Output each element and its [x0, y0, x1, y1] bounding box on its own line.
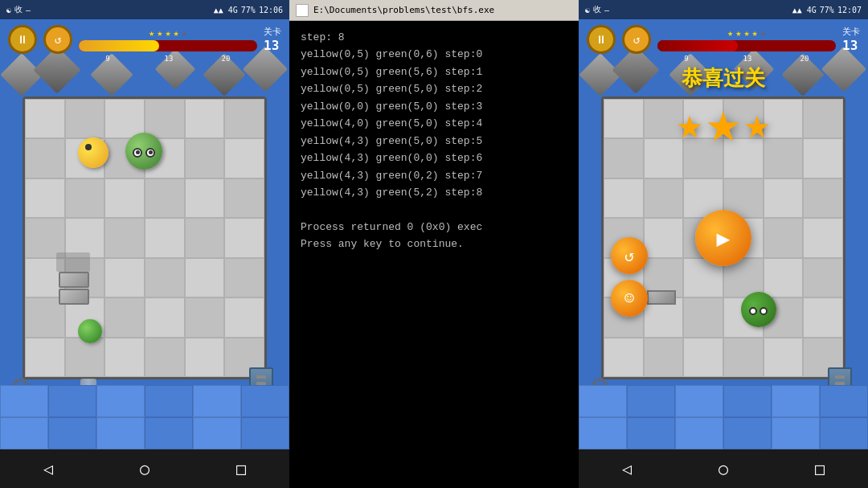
terminal-titlebar: E:\Documents\problems\test\bfs.exe [289, 0, 579, 21]
stars-row-left: ★ ★ ★ ★ ★ [79, 27, 257, 39]
battery-level-r: 77% [820, 6, 834, 14]
progress-bar-bg-right: 9 13 20 [657, 40, 836, 51]
back-button-right[interactable]: ◁ [622, 459, 632, 478]
board-cell [25, 338, 65, 377]
board-cell [65, 178, 105, 218]
progress-bar-area: ★ ★ ★ ★ ★ 9 13 20 [79, 27, 257, 51]
refresh-button[interactable]: ↺ [43, 25, 72, 54]
back-button-left[interactable]: ◁ [43, 459, 53, 478]
board-cell-r [604, 338, 644, 377]
terminal-body[interactable]: step: 8 yellow(0,5) green(0,6) step:0 ye… [289, 21, 579, 488]
board-cell-r [644, 178, 684, 218]
board-cell [65, 99, 105, 138]
floor-cell [0, 417, 48, 449]
pause-button[interactable]: ⏸ [8, 25, 37, 54]
floor-cell-r [772, 385, 820, 417]
floor-cell [241, 417, 289, 449]
board-cell [25, 178, 65, 218]
robot-button[interactable]: ☺ [611, 280, 648, 317]
floor-area-left [0, 385, 289, 449]
floor-cell-r [723, 385, 772, 417]
marker-r-13: 13 [743, 55, 752, 63]
level-number-left: 13 [264, 38, 281, 53]
home-button-right[interactable]: ○ [719, 459, 728, 478]
star-5: ★ [182, 27, 187, 39]
floor-cell [241, 385, 289, 417]
refresh-button-right[interactable]: ↺ [622, 25, 651, 54]
terminal-line-0: step: 8 [301, 29, 567, 46]
star-2: ★ [157, 27, 162, 39]
terminal-line-8: yellow(4,3) green(0,0) step:6 [301, 150, 567, 166]
board-cell [145, 258, 185, 297]
board-cell [25, 138, 65, 178]
level-number-right: 13 [842, 38, 860, 53]
victory-action-buttons: ↺ [579, 237, 868, 274]
floor-cell [193, 417, 241, 449]
clock-right: 12:07 [837, 6, 862, 14]
floor-cell-r [627, 385, 675, 417]
green-character [125, 133, 162, 170]
star-r-1: ★ [727, 27, 733, 39]
marker-9: 9 [105, 55, 109, 63]
board-cell [185, 218, 225, 257]
board-cell-r [604, 178, 644, 218]
board-cell [185, 178, 225, 218]
stars-row-right: ★ ★ ★ ★ ★ [657, 27, 836, 39]
game-board-left[interactable] [23, 96, 267, 379]
board-cell [104, 258, 145, 297]
signal-icon: 收 [14, 4, 23, 15]
game-hud-left: ⏸ ↺ ★ ★ ★ ★ ★ 9 13 20 关卡 13 [0, 19, 289, 59]
board-cell [104, 297, 145, 337]
game-panel-right: ☯ 收 — ▲▲ 4G 77% 12:07 ⏸ ↺ ★ ★ ★ ★ ★ 9 13 [579, 0, 868, 488]
star-3: ★ [165, 27, 170, 39]
level-label-left: 关卡 [264, 26, 281, 38]
notification-icon-r: ☯ [585, 6, 590, 14]
star-r-4: ★ [752, 27, 758, 39]
pause-button-right[interactable]: ⏸ [587, 25, 616, 54]
floor-cell-r [723, 417, 772, 449]
status-bar-right-left: ☯ 收 — [585, 4, 609, 15]
terminal-line-2: yellow(0,5) green(0,6) step:0 [301, 46, 567, 63]
terminal-line-4: yellow(0,5) green(5,0) step:2 [301, 80, 567, 97]
floor-cell-r [820, 385, 868, 417]
progress-bar-area-right: ★ ★ ★ ★ ★ 9 13 20 [657, 27, 836, 51]
victory-star-3: ★ [744, 102, 771, 146]
board-cell [145, 338, 185, 377]
level-display-right: 关卡 13 [842, 26, 860, 53]
notification-icon: ☯ [6, 6, 11, 14]
board-cell [25, 99, 65, 138]
marker-20: 20 [222, 55, 231, 63]
floor-cell-r [772, 417, 820, 449]
terminal-line-5: yellow(0,0) green(5,0) step:3 [301, 98, 567, 115]
status-bar-left-icons: ☯ 收 — [6, 4, 31, 15]
terminal-line-10: yellow(4,3) green(5,2) step:8 [301, 184, 567, 201]
home-button-left[interactable]: ○ [140, 459, 149, 478]
terminal-line-13: Press any key to continue. [301, 236, 567, 252]
victory-star-2: ★ [706, 92, 740, 150]
floor-cell [0, 385, 48, 417]
nav-bar-right: ◁ ○ □ [579, 449, 868, 488]
terminal-line-11 [301, 201, 567, 218]
status-bar-right: ☯ 收 — ▲▲ 4G 77% 12:07 [579, 0, 868, 19]
recent-button-left[interactable]: □ [236, 459, 246, 478]
board-cell [185, 297, 225, 337]
floor-cell [193, 385, 241, 417]
board-cell [104, 218, 145, 257]
board-cell [104, 178, 145, 218]
board-cell [224, 218, 264, 257]
board-cell [224, 258, 264, 297]
recent-button-right[interactable]: □ [815, 459, 825, 478]
star-r-2: ★ [735, 27, 741, 39]
replay-button[interactable]: ↺ [611, 237, 648, 274]
progress-bar-fill [79, 40, 159, 51]
board-cell [145, 178, 185, 218]
target-shadow [56, 252, 90, 272]
level-display-left: 关卡 13 [264, 26, 281, 53]
board-cell [65, 338, 105, 377]
board-cell [224, 297, 264, 337]
robot-btn-area: ☺ [579, 280, 868, 317]
floor-cell [145, 385, 193, 417]
level-label-right: 关卡 [842, 26, 860, 38]
yellow-character [78, 137, 108, 168]
star-r-3: ★ [743, 27, 749, 39]
